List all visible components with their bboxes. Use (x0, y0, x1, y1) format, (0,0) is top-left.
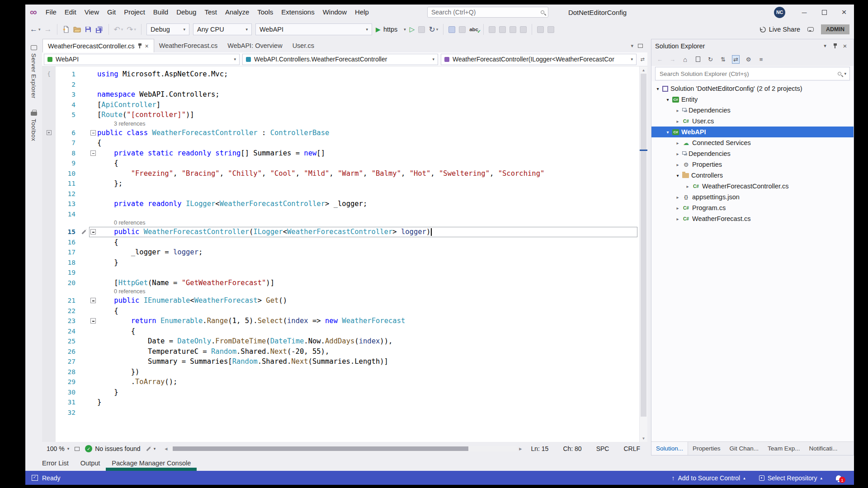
properties-icon[interactable]: ⚙ (745, 55, 752, 64)
breadcrumb-dropdown-3[interactable]: WeatherForecastController(ILogger<Weathe… (441, 54, 637, 65)
open-file-icon[interactable] (73, 26, 81, 33)
breakpoint-margin[interactable] (42, 80, 56, 90)
expand-arrow-icon[interactable]: ▸ (674, 195, 681, 200)
tree-item-properties[interactable]: ▸⚙Properties (651, 159, 854, 170)
document-tab-weatherforecastcontroller-cs[interactable]: WeatherForecastController.cs× (42, 39, 154, 52)
editor-vertical-scrollbar[interactable]: ▲ ▼ (639, 66, 647, 442)
expand-arrow-icon[interactable]: ▸ (674, 151, 681, 156)
startup-project-select[interactable]: WebAPI▾ (255, 23, 372, 35)
tree-item-webapi[interactable]: ▾C#WebAPI (651, 127, 854, 137)
tree-item-program-cs[interactable]: ▸C#Program.cs (651, 202, 854, 213)
breakpoint-margin[interactable] (42, 367, 56, 377)
window-position-chevron-icon[interactable]: ▾ (820, 43, 830, 49)
notifications-button[interactable]: 1 (836, 475, 841, 480)
tab-list-chevron-icon[interactable]: ▾ (631, 43, 633, 49)
collapse-region-icon[interactable] (90, 229, 96, 235)
comment-out-icon[interactable] (489, 26, 495, 33)
panel-tab-properties[interactable]: Properties (688, 442, 725, 455)
collapse-arrow-icon[interactable]: ▾ (674, 173, 681, 178)
scroll-up-icon[interactable]: ▲ (640, 66, 647, 74)
breakpoint-margin[interactable] (42, 347, 56, 357)
background-tasks-icon[interactable] (32, 475, 38, 481)
breakpoint-margin[interactable] (42, 278, 56, 288)
menu-build[interactable]: Build (149, 5, 172, 20)
breakpoint-margin[interactable]: { (42, 69, 56, 80)
decrease-indent-icon[interactable] (509, 26, 516, 33)
breakpoint-margin[interactable] (42, 89, 56, 100)
expand-arrow-icon[interactable]: ▸ (674, 206, 681, 211)
breakpoint-margin[interactable] (42, 408, 56, 418)
navigate-backward-icon[interactable]: ←▾ (30, 25, 41, 34)
quick-search-box[interactable]: Search (Ctrl+Q) (427, 7, 548, 18)
breakpoint-margin[interactable] (42, 397, 56, 408)
hscroll-thumb[interactable] (173, 446, 468, 451)
increase-indent-icon[interactable] (520, 26, 527, 33)
menu-git[interactable]: Git (103, 5, 120, 20)
scrollbar-track[interactable] (640, 74, 647, 435)
breakpoint-margin[interactable] (42, 316, 56, 326)
document-tab-webapi-overview[interactable]: WebAPI: Overview (222, 39, 287, 52)
solution-search-input[interactable] (659, 70, 835, 78)
breakpoint-margin[interactable] (42, 138, 56, 148)
live-share-button[interactable]: Live Share (760, 26, 800, 33)
tree-item-dependencies[interactable]: ▸Dependencies (651, 148, 854, 159)
expand-arrow-icon[interactable]: ▸ (674, 141, 681, 145)
uncomment-icon[interactable] (499, 26, 506, 33)
breadcrumb-dropdown-1[interactable]: WebAPI▾ (44, 54, 240, 65)
scrollbar-thumb[interactable] (641, 74, 646, 417)
menu-project[interactable]: Project (120, 5, 149, 20)
breakpoint-margin[interactable] (42, 209, 56, 220)
breakpoint-margin[interactable] (42, 357, 56, 367)
breakpoint-margin[interactable] (42, 227, 56, 237)
menu-view[interactable]: View (80, 5, 103, 20)
codelens-references[interactable]: 0 references (42, 288, 639, 296)
pin-icon[interactable] (138, 43, 142, 49)
solution-configurations-select[interactable]: Debug▾ (146, 23, 189, 35)
menu-analyze[interactable]: Analyze (221, 5, 253, 20)
chevron-down-icon[interactable]: ▾ (844, 71, 846, 76)
breakpoint-margin[interactable] (42, 128, 56, 138)
redo-icon[interactable]: ↷▾ (127, 25, 136, 34)
close-button[interactable]: × (834, 5, 854, 20)
spell-check-icon[interactable]: abc✓ (469, 27, 478, 32)
collapse-region-icon[interactable] (90, 318, 96, 324)
panel-splitter[interactable] (647, 39, 651, 455)
nav-back-icon[interactable]: ← (656, 55, 664, 64)
panel-tab-git-chan[interactable]: Git Chan... (725, 442, 764, 455)
tree-item-appsettings-json[interactable]: ▸{}appsettings.json (651, 192, 854, 202)
collapse-region-icon[interactable] (90, 150, 96, 156)
tree-item-controllers[interactable]: ▾Controllers (651, 170, 854, 181)
previous-bookmark-icon[interactable] (547, 26, 554, 33)
hscroll-track[interactable] (169, 446, 517, 451)
codelens-references[interactable]: 3 references (42, 120, 639, 128)
package-manager-icon[interactable] (448, 26, 455, 33)
auto-hide-pin-icon[interactable] (830, 43, 840, 49)
bottom-tab-package-manager-console[interactable]: Package Manager Console (106, 455, 197, 471)
breakpoint-margin[interactable] (42, 247, 56, 258)
maximize-button[interactable] (814, 5, 834, 20)
breakpoint-margin[interactable] (42, 158, 56, 169)
document-tab-user-cs[interactable]: User.cs (288, 39, 319, 52)
line-ending-indicator[interactable]: CRLF (623, 445, 640, 452)
tree-item-weatherforecastcontroller-cs[interactable]: ▸C#WeatherForecastController.cs (651, 181, 854, 192)
menu-window[interactable]: Window (319, 5, 351, 20)
expand-arrow-icon[interactable]: ▸ (684, 184, 691, 189)
close-panel-icon[interactable]: × (840, 42, 850, 50)
code-editor[interactable]: {1using Microsoft.AspNetCore.Mvc;23names… (42, 66, 639, 442)
home-icon[interactable]: ⌂ (681, 55, 689, 64)
bottom-tab-output[interactable]: Output (75, 455, 106, 471)
collapse-arrow-icon[interactable]: ▾ (664, 97, 671, 102)
document-tab-weatherforecast-cs[interactable]: WeatherForecast.cs (154, 39, 222, 52)
tree-item-weatherforecast-cs[interactable]: ▸C#WeatherForecast.cs (651, 213, 854, 224)
expand-arrow-icon[interactable]: ▸ (674, 216, 681, 221)
server-explorer-tab[interactable]: Server Explorer (30, 39, 37, 104)
save-all-icon[interactable] (95, 26, 104, 33)
menu-edit[interactable]: Edit (61, 5, 80, 20)
bottom-tab-error-list[interactable]: Error List (36, 455, 75, 471)
panel-tab-solution[interactable]: Solution... (651, 442, 688, 455)
code-cleanup-button[interactable]: ▾ (146, 446, 156, 451)
collapse-arrow-icon[interactable]: ▾ (654, 86, 661, 91)
breakpoint-margin[interactable] (42, 336, 56, 347)
breakpoint-margin[interactable] (42, 306, 56, 316)
breakpoint-margin[interactable] (42, 237, 56, 248)
